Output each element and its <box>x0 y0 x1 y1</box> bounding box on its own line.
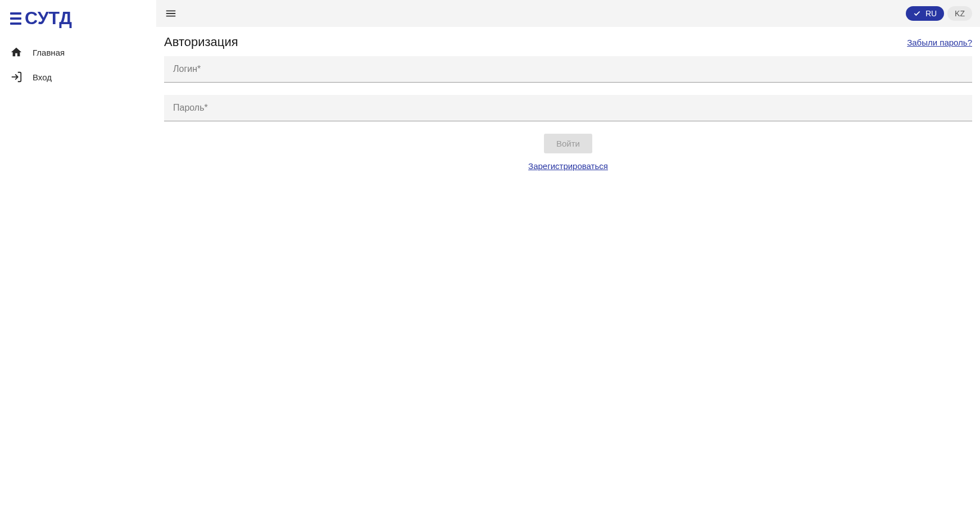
logo: СУТД <box>0 8 156 40</box>
password-input[interactable] <box>164 95 972 121</box>
home-icon <box>10 46 22 58</box>
lang-code: RU <box>925 9 937 18</box>
check-icon <box>913 10 921 17</box>
login-icon <box>10 71 22 83</box>
menu-button[interactable] <box>164 7 178 20</box>
lang-button-kz[interactable]: KZ <box>947 6 972 21</box>
lang-button-ru[interactable]: RU <box>906 6 944 21</box>
forgot-password-link[interactable]: Забыли пароль? <box>907 38 972 47</box>
sidebar: СУТД Главная Вход <box>0 0 156 505</box>
main: RU KZ Авторизация Забыли пароль? Войти З… <box>156 0 980 505</box>
register-link[interactable]: Зарегистрироваться <box>164 161 972 171</box>
sidebar-item-home[interactable]: Главная <box>0 40 156 65</box>
lang-code: KZ <box>955 9 965 18</box>
logo-hamburger-icon <box>10 12 21 25</box>
login-button[interactable]: Войти <box>544 134 592 153</box>
sidebar-item-label: Главная <box>33 48 65 57</box>
sidebar-item-login[interactable]: Вход <box>0 65 156 89</box>
login-input[interactable] <box>164 56 972 83</box>
content: Авторизация Забыли пароль? Войти Зарегис… <box>156 27 980 505</box>
login-input-group <box>164 56 972 83</box>
logo-text: СУТД <box>25 8 72 29</box>
page-title: Авторизация <box>164 35 238 49</box>
auth-header: Авторизация Забыли пароль? <box>164 35 972 49</box>
language-toggle: RU KZ <box>906 6 972 21</box>
topbar: RU KZ <box>156 0 980 27</box>
sidebar-item-label: Вход <box>33 72 52 82</box>
password-input-group <box>164 95 972 121</box>
sidebar-nav: Главная Вход <box>0 40 156 89</box>
hamburger-icon <box>165 7 177 20</box>
